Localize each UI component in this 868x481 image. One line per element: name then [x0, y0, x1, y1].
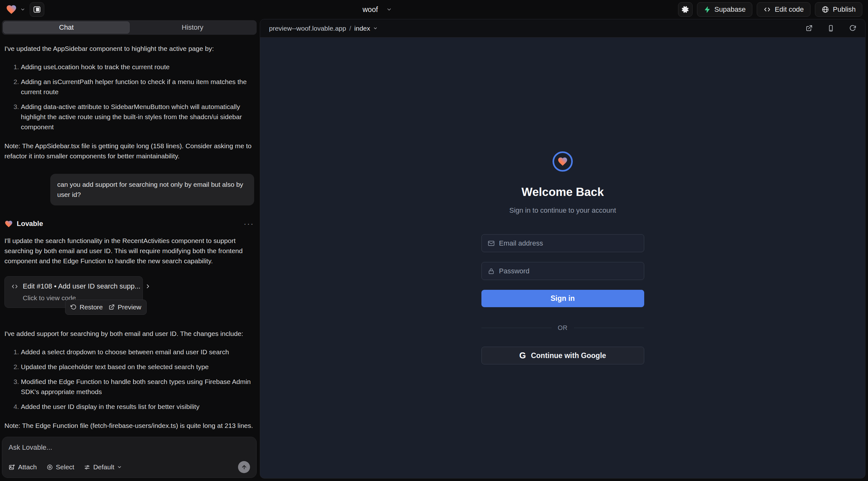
arrow-up-icon — [241, 464, 247, 470]
panel-left-icon — [33, 5, 41, 13]
publish-label: Publish — [833, 5, 856, 13]
restore-label: Restore — [80, 303, 103, 311]
url-separator: / — [349, 25, 351, 32]
heart-icon — [557, 156, 568, 167]
attach-image-icon — [8, 464, 15, 471]
lovable-heart-icon — [6, 4, 17, 15]
mode-selector[interactable]: Default — [84, 463, 122, 471]
external-link-icon — [108, 304, 115, 310]
project-name: woof — [363, 5, 378, 14]
preview-app: Welcome Back Sign in to continue to your… — [260, 38, 865, 478]
globe-icon — [822, 6, 829, 13]
preview-button[interactable]: Preview — [106, 302, 143, 312]
app-logo — [553, 151, 573, 171]
mail-icon — [488, 239, 495, 247]
page-title: Welcome Back — [522, 186, 604, 199]
tab-history[interactable]: History — [130, 22, 255, 33]
preview-url: preview--woof.lovable.app — [269, 25, 346, 32]
mobile-view-icon[interactable] — [827, 25, 835, 32]
list-item: Updated the placeholder text based on th… — [21, 362, 254, 372]
restore-button[interactable]: Restore — [69, 302, 105, 312]
assistant-note: Note: The Edge Function file (fetch-fire… — [4, 421, 254, 433]
or-label: OR — [558, 324, 568, 331]
chevron-down-icon — [20, 7, 25, 12]
tab-chat[interactable]: Chat — [3, 22, 130, 33]
open-in-new-tab-icon[interactable] — [805, 25, 813, 32]
list-item: Adding an isCurrentPath helper function … — [21, 77, 254, 97]
send-button[interactable] — [238, 461, 250, 473]
chat-input[interactable] — [8, 443, 250, 452]
assistant-name: Lovable — [17, 220, 43, 228]
assistant-numbered-list: Added a select dropdown to choose betwee… — [4, 347, 254, 412]
chevron-down-icon — [373, 26, 378, 31]
assistant-paragraph: I'll update the search functionality in … — [4, 236, 254, 266]
preview-label: Preview — [118, 303, 141, 311]
chat-messages[interactable]: I've updated the AppSidebar component to… — [0, 35, 258, 433]
message-menu-button[interactable]: ··· — [244, 219, 254, 228]
assistant-note: Note: The AppSidebar.tsx file is getting… — [4, 141, 254, 161]
project-switcher[interactable]: woof — [363, 0, 392, 19]
preview-header: preview--woof.lovable.app / index — [260, 19, 865, 38]
restore-icon — [70, 304, 77, 310]
lovable-logo-menu[interactable] — [6, 4, 25, 15]
page-subtitle: Sign in to continue to your account — [509, 206, 616, 215]
chat-panel: Chat History I've updated the AppSidebar… — [0, 19, 258, 481]
email-field-wrap — [482, 234, 644, 252]
publish-button[interactable]: Publish — [815, 2, 862, 17]
edit-code-label: Edit code — [775, 5, 804, 13]
supabase-label: Supabase — [714, 5, 746, 13]
lovable-heart-icon — [4, 220, 13, 228]
gear-icon — [682, 6, 689, 13]
password-field[interactable] — [499, 267, 638, 275]
or-divider: OR — [482, 324, 644, 331]
refresh-icon[interactable] — [849, 25, 856, 32]
google-label: Continue with Google — [531, 351, 606, 360]
divider-line — [574, 328, 644, 328]
assistant-paragraph: I've updated the AppSidebar component to… — [4, 43, 254, 54]
top-bar: woof Supabase Edit code Publish — [0, 0, 868, 19]
email-field[interactable] — [499, 239, 638, 248]
sign-in-button[interactable]: Sign in — [482, 290, 644, 307]
supabase-bolt-icon — [704, 6, 711, 13]
assistant-numbered-list: Adding useLocation hook to track the cur… — [4, 62, 254, 132]
chevron-down-icon — [117, 464, 122, 470]
lock-icon — [488, 267, 495, 275]
chevron-down-icon — [386, 7, 392, 12]
code-icon — [11, 283, 18, 290]
code-icon — [763, 6, 771, 13]
edit-code-button[interactable]: Edit code — [757, 2, 810, 17]
list-item: Adding useLocation hook to track the cur… — [21, 62, 254, 72]
supabase-button[interactable]: Supabase — [697, 2, 752, 17]
list-item: Modified the Edge Function to handle bot… — [21, 377, 254, 397]
assistant-header: Lovable ··· — [4, 219, 254, 228]
select-label: Select — [56, 463, 74, 471]
google-g-icon: G — [519, 351, 526, 361]
user-message-bubble: can you add support for searching not on… — [50, 174, 254, 205]
list-item: Adding data-active attribute to SidebarM… — [21, 102, 254, 132]
edit-card-wrap: Edit #108 • Add user ID search supp... C… — [4, 276, 143, 315]
list-item: Added a select dropdown to choose betwee… — [21, 347, 254, 357]
attach-button[interactable]: Attach — [8, 463, 37, 471]
google-sign-in-button[interactable]: G Continue with Google — [482, 347, 644, 364]
edit-actions: Restore Preview — [65, 299, 147, 315]
sliders-icon — [84, 464, 90, 471]
toggle-sidebar-button[interactable] — [30, 2, 44, 17]
mode-label: Default — [93, 463, 115, 471]
attach-label: Attach — [18, 463, 37, 471]
settings-button[interactable] — [678, 2, 692, 17]
chat-history-tabs: Chat History — [2, 20, 257, 35]
sign-in-card: Welcome Back Sign in to continue to your… — [482, 151, 644, 364]
page-name: index — [354, 25, 370, 32]
composer: Attach Select Default — [2, 437, 257, 478]
edit-card-title: Edit #108 • Add user ID search supp... — [23, 282, 141, 290]
page-selector[interactable]: index — [354, 25, 378, 32]
password-field-wrap — [482, 262, 644, 280]
assistant-paragraph: I've added support for searching by both… — [4, 329, 254, 339]
target-icon — [46, 464, 53, 471]
preview-panel: preview--woof.lovable.app / index — [260, 19, 865, 478]
select-button[interactable]: Select — [46, 463, 74, 471]
list-item: Added the user ID display in the results… — [21, 402, 254, 412]
chevron-right-icon — [145, 283, 151, 289]
divider-line — [482, 328, 552, 328]
